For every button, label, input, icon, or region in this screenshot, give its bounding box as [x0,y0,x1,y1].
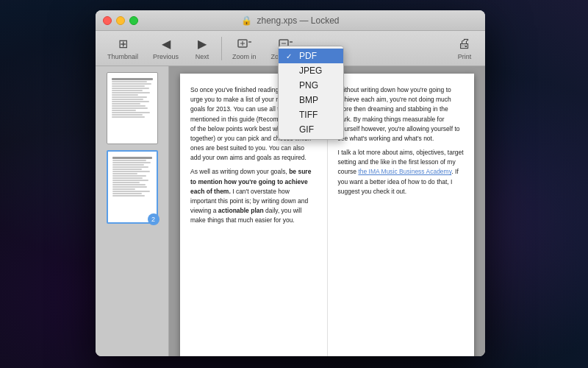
thumbnail-preview-1 [110,76,154,141]
menu-item-bmp[interactable]: BMP [279,93,343,107]
toolbar-separator [221,37,222,60]
previous-icon: ◀ [157,37,175,52]
next-button[interactable]: ▶ Next [187,34,217,63]
thumbnail-preview-2 [111,155,154,219]
zoom-in-icon [235,37,253,52]
page-badge: 2 [148,213,159,225]
zoom-in-button[interactable]: Zoom in [226,34,262,63]
format-dropdown-menu: ✓ PDF JPEG PNG BMP TIFF GIF [278,46,344,140]
sidebar: 2 [96,66,169,356]
col2-para1: Without writing down how you're going to… [338,85,465,144]
zoom-button[interactable] [129,16,138,25]
menu-item-pdf[interactable]: ✓ PDF [279,49,343,63]
print-icon: 🖨 [456,37,473,52]
titlebar: 🔒 zheng.xps — Locked [96,10,485,31]
menu-item-jpeg[interactable]: JPEG [279,63,343,78]
lock-icon: 🔒 [241,15,252,26]
menu-item-tiff[interactable]: TIFF [279,107,343,122]
window-title: 🔒 zheng.xps — Locked [241,15,339,26]
app-window: 🔒 zheng.xps — Locked ⊞ Thumbnail ◀ Previ… [96,10,485,356]
print-button[interactable]: 🖨 Print [450,34,479,63]
col2-para2: I talk a lot more about aims, objectives… [338,148,465,197]
menu-label-jpeg: JPEG [299,66,322,76]
minimize-button[interactable] [116,16,125,25]
menu-item-png[interactable]: PNG [279,78,343,93]
thumbnail-page-1[interactable] [107,72,158,144]
previous-button[interactable]: ◀ Previous [147,34,184,63]
close-button[interactable] [103,16,112,25]
menu-label-pdf: PDF [299,51,317,61]
next-icon: ▶ [193,37,211,52]
check-icon: ✓ [286,52,295,60]
col1-para2: As well as writing down your goals, be s… [190,167,317,225]
thumbnail-icon: ⊞ [114,37,132,52]
thumbnail-button[interactable]: ⊞ Thumbnail [101,34,144,63]
ima-link[interactable]: the IMA Music Business Academy [358,168,451,175]
menu-label-bmp: BMP [299,95,318,105]
page-column-2: Without writing down how you're going to… [328,74,475,356]
thumbnail-page-2[interactable]: 2 [107,150,158,224]
traffic-lights [103,16,138,25]
menu-item-gif[interactable]: GIF [279,122,343,137]
menu-label-tiff: TIFF [299,110,318,120]
menu-label-gif: GIF [299,124,314,135]
menu-label-png: PNG [299,80,318,91]
